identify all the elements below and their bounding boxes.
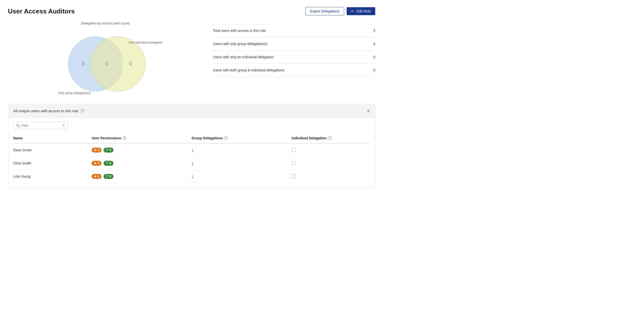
user-name-2: Lola Young (13, 170, 92, 183)
col-permissions-label-wrap: User Permissions ? (92, 136, 126, 140)
users-section-title-area: All unique users with access to this rol… (13, 109, 84, 113)
stat-row-2: Users with only an individual delegation… (213, 50, 375, 64)
users-section: All unique users with access to this rol… (8, 104, 375, 188)
col-group-label: Group Delegations (192, 136, 223, 140)
stat-row-3: Users with both group & individual deleg… (213, 64, 375, 77)
badge-star-2: ★ 1 (92, 174, 102, 179)
user-individual-delegation-2 (292, 170, 370, 183)
collapse-icon[interactable]: ∧ (367, 108, 370, 114)
edit-icon: ✏ (351, 9, 354, 13)
badge-heart-0: ♡ 5 (104, 148, 114, 152)
filter-row: 🔍 ✕ (13, 122, 370, 129)
stat-value-0: 3 (369, 28, 375, 32)
users-table: Name User Permissions ? Group Delegation… (13, 134, 370, 183)
star-icon-0: ★ (94, 148, 96, 152)
filter-input[interactable] (22, 124, 60, 128)
user-group-delegations-0[interactable]: 1 (192, 143, 292, 157)
stat-label-3: Users with both group & individual deleg… (213, 68, 284, 72)
col-individual-label: Individual Delegation (292, 136, 327, 140)
badge-star-1: ★ 1 (92, 161, 102, 166)
table-header-row: Name User Permissions ? Group Delegation… (13, 134, 370, 143)
edit-role-button[interactable]: ✏ Edit Role (347, 7, 375, 15)
stat-row-1: Users with only group delegation(s) 3 (213, 37, 375, 50)
user-permissions-2: ★ 1 ♡ 5 (92, 170, 192, 183)
users-section-title: All unique users with access to this rol… (13, 109, 78, 113)
badge-heart-1: ♡ 5 (104, 161, 114, 166)
col-header-group: Group Delegations ? (192, 134, 292, 143)
badge-heart-2: ♡ 5 (104, 174, 114, 179)
user-individual-delegation-0 (292, 143, 370, 157)
stat-value-2: 0 (369, 55, 375, 59)
star-icon-2: ★ (94, 175, 96, 178)
user-group-delegations-1[interactable]: 1 (192, 157, 292, 170)
col-header-name: Name (13, 134, 92, 143)
heart-icon-1: ♡ (106, 162, 108, 165)
users-help-icon[interactable]: ? (80, 109, 84, 113)
group-delegation-link-0[interactable]: 1 (192, 148, 194, 152)
stat-label-1: Users with only group delegation(s) (213, 42, 267, 46)
svg-point-1 (90, 36, 145, 91)
users-body: 🔍 ✕ Name User Permissions ? (8, 118, 375, 187)
individual-checkbox-2[interactable] (292, 174, 296, 178)
venn-section: Delegation by source (user count) 3 0 0 … (8, 22, 203, 97)
filter-input-wrapper: 🔍 ✕ (13, 122, 68, 129)
user-name-0: Dave Jones (13, 143, 92, 157)
svg-text:0: 0 (105, 60, 108, 67)
user-permissions-0: ★ 1 ♡ 5 (92, 143, 192, 157)
badge-star-0: ★ 1 (92, 148, 102, 152)
header-buttons: Export Delegations ✏ Edit Role (305, 7, 375, 16)
table-row: Chris Smith ★ 1 ♡ 5 1 (13, 157, 370, 170)
stat-label-2: Users with only an individual delegation (213, 55, 274, 59)
heart-icon-0: ♡ (106, 148, 108, 152)
user-permissions-1: ★ 1 ♡ 5 (92, 157, 192, 170)
venn-label-left: Only group delegation(s) (58, 91, 91, 95)
svg-text:0: 0 (129, 60, 132, 67)
heart-icon-2: ♡ (106, 175, 108, 178)
col-header-permissions: User Permissions ? (92, 134, 192, 143)
individual-checkbox-1[interactable] (292, 161, 296, 165)
col-group-label-wrap: Group Delegations ? (192, 136, 228, 140)
search-icon: 🔍 (16, 124, 20, 128)
stat-value-3: 0 (369, 68, 375, 72)
stat-label-0: Total users with access to this role (213, 28, 266, 32)
col-header-individual: Individual Delegation ? (292, 134, 370, 143)
page-title: User Access Auditors (8, 8, 75, 15)
group-delegation-link-2[interactable]: 1 (192, 174, 194, 178)
edit-role-label: Edit Role (356, 9, 371, 13)
stats-section: Total users with access to this role 3 U… (213, 22, 375, 77)
venn-label-right: Only individual delegation (129, 41, 163, 44)
col-name-label: Name (13, 136, 23, 140)
svg-text:3: 3 (82, 60, 84, 67)
individual-help-icon[interactable]: ? (328, 136, 332, 140)
export-delegations-button[interactable]: Export Delegations (305, 7, 344, 16)
table-row: Lola Young ★ 1 ♡ 5 1 (13, 170, 370, 183)
users-section-header: All unique users with access to this rol… (8, 104, 375, 118)
venn-container: 3 0 0 Only group delegation(s) Only indi… (46, 27, 165, 97)
individual-checkbox-0[interactable] (292, 148, 296, 152)
col-permissions-label: User Permissions (92, 136, 121, 140)
stat-row: Total users with access to this role 3 (213, 24, 375, 37)
user-name-1: Chris Smith (13, 157, 92, 170)
group-help-icon[interactable]: ? (224, 136, 228, 140)
user-group-delegations-2[interactable]: 1 (192, 170, 292, 183)
group-delegation-link-1[interactable]: 1 (192, 161, 194, 165)
stat-value-1: 3 (369, 42, 375, 46)
permissions-help-icon[interactable]: ? (122, 136, 126, 140)
user-individual-delegation-1 (292, 157, 370, 170)
venn-title: Delegation by source (user count) (8, 22, 203, 25)
table-row: Dave Jones ★ 1 ♡ 5 1 (13, 143, 370, 157)
star-icon-1: ★ (94, 162, 96, 165)
filter-clear-icon[interactable]: ✕ (62, 124, 65, 128)
col-individual-label-wrap: Individual Delegation ? (292, 136, 332, 140)
